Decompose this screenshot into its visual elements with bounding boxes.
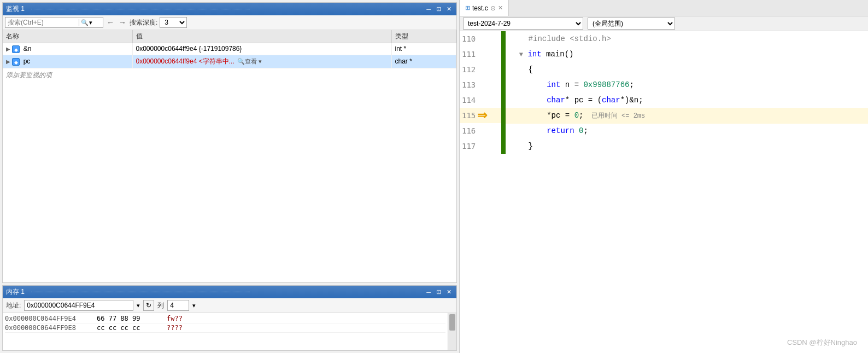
code-content-115: *pc = 0; 已用时间 <= 2ms [506,108,868,124]
memory-titlebar: 内存 1 ─ ⊡ ✕ [3,286,456,298]
file-icon: ⊞ [465,4,470,11]
add-watch-hint[interactable]: 添加要监视的项 [3,68,456,82]
memory-title-left: 内存 1 [6,287,254,297]
addr-label: 地址: [6,301,21,310]
breakpoint-bar-113 [501,77,506,92]
search-depth-label: 搜索深度: [130,18,157,27]
row-name-cell: ▶ ◆ &n [3,43,132,55]
scroll-thumb[interactable] [449,314,455,331]
col-value-header: 值 [132,30,391,43]
editor-tab-bar: ⊞ test.c ⊙ ✕ [460,0,868,16]
memory-title-text: 内存 1 [6,287,25,297]
breakpoint-bar-114 [501,92,506,108]
var-icon: ◆ [12,45,20,53]
code-line-111: 111 ▼ int main() [460,47,868,62]
var-name-text: pc [24,57,31,65]
watch-table: 名称 值 类型 ▶ ◆ &n 0x000000c0644ff9e4 {-1719… [3,30,456,282]
editor-toolbar: test-2024-7-29 (全局范围) [460,16,868,31]
row-type-cell: char * [391,55,456,68]
file-dropdown[interactable]: test-2024-7-29 [463,18,583,30]
search-forward-btn[interactable]: → [118,18,127,27]
addr-dropdown-arrow[interactable]: ▾ [137,302,140,309]
search-icon-btn[interactable]: 🔍 ▾ [79,19,92,26]
row-type-cell: int * [391,43,456,55]
line-num-114: 114 [460,92,492,108]
search-back-btn[interactable]: ← [105,18,115,27]
line-num-112: 112 [460,62,492,77]
breakpoint-bar-116 [501,123,506,138]
code-content-111: ▼ int main() [506,47,868,62]
col-dropdown-arrow[interactable]: ▾ [192,302,196,309]
mem-addr-0: 0x000000C0644FF9E4 [5,315,92,322]
memory-float-btn[interactable]: ⊡ [435,288,443,296]
memory-address-input[interactable] [24,300,133,311]
breakpoint-bar-115 [501,108,506,123]
table-row[interactable]: ▶ ◆ &n 0x000000c0644ff9e4 {-1719109786} … [3,43,456,55]
watch-controls: ─ ⊡ ✕ [425,5,453,13]
code-content-112: { [506,62,868,77]
table-row[interactable]: ▶ ◆ pc 0x000000c0644ff9e4 <字符串中... 🔍查看 ▾… [3,55,456,68]
line-num-113: 113 [460,77,492,92]
memory-window: 内存 1 ─ ⊡ ✕ 地址: ▾ ↻ 列 ▾ 0x000000C0644FF9E… [2,285,457,351]
watch-search-input[interactable] [8,19,79,26]
refresh-btn[interactable]: ↻ [143,300,154,311]
line-num-116: 116 [460,123,492,138]
line-num-117: 117 [460,138,492,154]
memory-row: 0x000000C0644FF9E4 66 77 88 99 fw?? [5,314,445,323]
row-type-text: char * [395,57,412,65]
breakpoint-bar-112 [501,62,506,77]
memory-content-area: 0x000000C0644FF9E4 66 77 88 99 fw?? 0x00… [3,313,456,350]
code-line-117: 117 } [460,138,868,154]
watch-search-box[interactable]: 🔍 ▾ [5,17,103,28]
code-line-110: 110 #include <stdio.h> [460,31,868,47]
tab-close-btn[interactable]: ✕ [498,4,503,11]
watch-close-btn[interactable]: ✕ [445,5,453,13]
breakpoint-bar-117 [501,138,506,154]
mem-bytes-0: 66 77 88 99 [97,315,162,322]
memory-col-input[interactable] [167,300,189,311]
memory-close-btn[interactable]: ✕ [445,288,453,296]
memory-scrollbar[interactable] [448,313,456,350]
memory-content: 0x000000C0644FF9E4 66 77 88 99 fw?? 0x00… [3,313,448,350]
code-lines-container: 110 #include <stdio.h> 111 ▼ int main() … [460,31,868,353]
search-depth-select[interactable]: 3 1 2 4 5 [160,17,187,28]
code-content-113: int n = 0x99887766; [506,77,868,92]
code-line-114: 114 char* pc = (char*)&n; [460,92,868,108]
breakpoint-bar-111 [501,47,506,62]
mem-bytes-1: cc cc cc cc [97,324,162,332]
memory-row: 0x000000C0644FF9E8 cc cc cc cc ???? [5,323,445,333]
code-line-115-current: 115 ⇒ *pc = 0; 已用时间 <= 2ms [460,108,868,123]
code-content-114: char* pc = (char*)&n; [506,92,868,108]
code-area: 110 #include <stdio.h> 111 ▼ int main() … [460,31,868,353]
tab-name: test.c [472,4,488,12]
mem-addr-1: 0x000000C0644FF9E8 [5,324,92,332]
expand-icon[interactable]: ▶ [6,46,10,52]
mem-chars-1: ???? [167,324,183,332]
right-panel: ⊞ test.c ⊙ ✕ test-2024-7-29 (全局范围) 110 #… [459,0,868,353]
watch-float-btn[interactable]: ⊡ [435,5,443,13]
row-type-text: int * [395,45,407,53]
line-num-115: 115 [460,108,492,123]
breakpoint-bar-110 [501,31,506,47]
debug-arrow-icon: ⇒ [477,108,487,123]
watch-window: 监视 1 ─ ⊡ ✕ 🔍 ▾ ← → 搜索深度: 3 1 [2,2,457,283]
memory-controls: ─ ⊡ ✕ [425,288,453,296]
watch-titlebar: 监视 1 ─ ⊡ ✕ [3,3,456,15]
code-content-110: #include <stdio.h> [506,31,868,47]
row-value-text: 0x000000c0644ff9e4 <字符串中... [136,57,234,65]
watch-toolbar: 🔍 ▾ ← → 搜索深度: 3 1 2 4 5 [3,15,456,30]
search-icon: 🔍 [81,19,89,26]
csdn-watermark: CSDN @柠好Ninghao [787,338,857,348]
search-dropdown-arrow[interactable]: ▾ [89,19,92,26]
var-name-text: &n [24,45,32,53]
watch-pin-btn[interactable]: ─ [425,5,432,13]
view-btn[interactable]: 🔍查看 ▾ [236,57,263,66]
mem-chars-0: fw?? [167,315,183,322]
watch-title-text: 监视 1 [6,4,25,14]
expand-icon[interactable]: ▶ [6,59,10,65]
scope-dropdown[interactable]: (全局范围) [588,18,675,30]
editor-tab-test-c[interactable]: ⊞ test.c ⊙ ✕ [460,0,509,16]
memory-pin-btn[interactable]: ─ [425,288,432,296]
memory-toolbar: 地址: ▾ ↻ 列 ▾ [3,298,456,313]
code-content-116: return 0; [506,123,868,138]
